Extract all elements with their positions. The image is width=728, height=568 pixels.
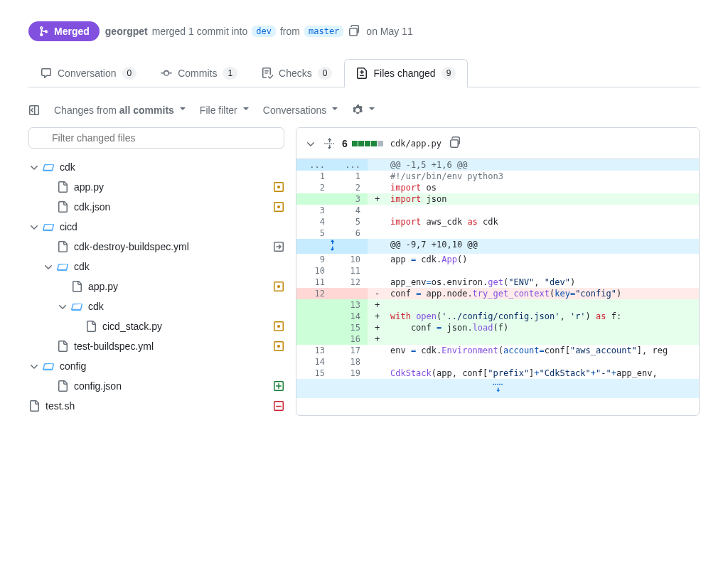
file-icon	[57, 181, 68, 193]
tab-commits[interactable]: Commits 1	[149, 59, 250, 87]
base-branch[interactable]: dev	[252, 26, 276, 37]
folder-open-icon	[43, 360, 54, 372]
diff-line-add[interactable]: 3+import json	[296, 193, 699, 205]
diff-line[interactable]: 910app = cdk.App()	[296, 254, 699, 265]
file-cicd-stack-py[interactable]: cicd_stack.py	[71, 316, 284, 336]
folder-config[interactable]: config	[28, 356, 284, 376]
file-cdk-destroy-buildspec[interactable]: cdk-destroy-buildspec.yml	[43, 237, 284, 257]
diff-line[interactable]: 1317env = cdk.Environment(account=conf["…	[296, 345, 699, 356]
pr-tabnav: Conversation 0 Commits 1 Checks 0 Files …	[28, 59, 700, 87]
copy-icon	[349, 25, 360, 36]
file-icon	[71, 281, 82, 292]
commits-count: 1	[223, 67, 237, 80]
diff-line[interactable]: 11#!/usr/bin/env python3	[296, 171, 699, 182]
sidebar-toggle-button[interactable]	[28, 105, 40, 116]
diff-modified-icon	[273, 181, 284, 193]
diff-modified-icon	[273, 321, 284, 332]
file-cdk-app-py[interactable]: app.py	[43, 177, 284, 197]
git-merge-icon	[38, 26, 50, 37]
diff-line[interactable]: 1112app_env=os.environ.get("ENV", "dev")	[296, 277, 699, 288]
folder-open-icon	[57, 261, 68, 272]
diff-line-del[interactable]: 12-conf = app.node.try_get_context(key="…	[296, 288, 699, 299]
diff-line[interactable]: 22import os	[296, 182, 699, 193]
copy-icon	[450, 136, 461, 148]
expand-down-button[interactable]	[296, 379, 699, 398]
copy-path-button[interactable]	[449, 135, 463, 151]
checks-count: 0	[318, 67, 333, 80]
file-test-sh[interactable]: test.sh	[28, 396, 284, 416]
diff-added-icon	[273, 380, 284, 392]
diff-panel: 6 cdk/app.py ......@@ -1,5 +1,6 @@ 11#!/…	[296, 127, 700, 416]
checklist-icon	[262, 68, 273, 79]
folder-open-icon	[43, 161, 54, 173]
fold-down-icon	[492, 382, 503, 393]
diff-removed-icon	[273, 400, 284, 412]
diff-line-add[interactable]: 13+	[296, 299, 699, 311]
diff-renamed-icon	[273, 241, 284, 252]
tab-conversation[interactable]: Conversation 0	[28, 59, 149, 87]
diff-line-add[interactable]: 15+ conf = json.load(f)	[296, 322, 699, 333]
diff-modified-icon	[273, 341, 284, 352]
chevron-down-icon	[28, 360, 40, 372]
diff-filename[interactable]: cdk/app.py	[390, 139, 441, 149]
diff-line-add[interactable]: 16+	[296, 333, 699, 345]
unfold-icon	[326, 240, 338, 251]
unfold-icon[interactable]	[323, 138, 335, 149]
chevron-down-icon	[28, 221, 40, 232]
merged-label: Merged	[54, 26, 90, 37]
folder-cicd-cdk-cdk[interactable]: cdk	[57, 296, 284, 316]
copy-branch-button[interactable]	[348, 23, 362, 40]
chevron-down-icon	[43, 261, 54, 272]
changes-from-dropdown[interactable]: Changes from all commits	[54, 105, 186, 116]
file-diff-icon	[356, 68, 368, 79]
caret-down-icon	[180, 107, 186, 113]
file-tree-sidebar: cdk app.py cdk.json	[28, 127, 284, 416]
file-icon	[57, 380, 68, 392]
file-icon	[57, 341, 68, 352]
file-cicd-cdk-app-py[interactable]: app.py	[57, 277, 284, 296]
conversation-count: 0	[122, 67, 137, 80]
diff-table: ......@@ -1,5 +1,6 @@ 11#!/usr/bin/env p…	[296, 159, 699, 379]
file-config-json[interactable]: config.json	[43, 376, 284, 396]
diff-modified-icon	[273, 281, 284, 292]
merged-badge: Merged	[28, 21, 100, 41]
diff-line[interactable]: 34	[296, 205, 699, 216]
chevron-down-icon	[28, 161, 40, 173]
folder-cdk[interactable]: cdk	[28, 157, 284, 177]
diff-line[interactable]: 56	[296, 227, 699, 239]
tab-files-changed[interactable]: Files changed 9	[344, 59, 468, 87]
chevron-down-icon	[57, 301, 68, 312]
filter-files-input[interactable]	[28, 127, 284, 149]
expand-hunk-button[interactable]: @@ -9,7 +10,10 @@	[296, 239, 699, 254]
diff-line[interactable]: 45import aws_cdk as cdk	[296, 216, 699, 227]
commit-icon	[161, 68, 172, 79]
file-icon	[85, 321, 97, 332]
caret-down-icon	[332, 107, 338, 113]
diff-line-add[interactable]: 14+with open('../config/config.json', 'r…	[296, 311, 699, 322]
files-count: 9	[441, 67, 456, 80]
author-link[interactable]: georgpet	[105, 26, 148, 37]
hunk-header[interactable]: ......@@ -1,5 +1,6 @@	[296, 159, 699, 171]
file-icon	[28, 400, 40, 412]
file-icon	[57, 241, 68, 252]
settings-dropdown[interactable]	[352, 105, 375, 116]
diff-file-header: 6 cdk/app.py	[296, 128, 699, 159]
file-test-buildspec[interactable]: test-buildspec.yml	[43, 336, 284, 356]
folder-cicd-cdk[interactable]: cdk	[43, 257, 284, 277]
tab-checks[interactable]: Checks 0	[250, 59, 344, 87]
diff-line[interactable]: 1519CdkStack(app, conf["prefix"]+"CdkSta…	[296, 368, 699, 379]
diff-line[interactable]: 1418	[296, 356, 699, 368]
merge-date: on May 11	[366, 26, 412, 37]
change-count: 6	[342, 138, 348, 149]
caret-down-icon	[243, 107, 249, 113]
file-filter-dropdown[interactable]: File filter	[200, 105, 249, 116]
caret-down-icon	[369, 107, 375, 113]
file-cdk-json[interactable]: cdk.json	[43, 197, 284, 217]
chevron-down-icon[interactable]	[305, 138, 316, 149]
folder-cicd[interactable]: cicd	[28, 217, 284, 237]
sidebar-collapse-icon	[28, 105, 40, 116]
conversations-dropdown[interactable]: Conversations	[263, 105, 338, 116]
head-branch[interactable]: master	[304, 26, 343, 37]
diff-toolbar: Changes from all commits File filter Con…	[28, 99, 700, 127]
diff-line[interactable]: 1011	[296, 265, 699, 277]
